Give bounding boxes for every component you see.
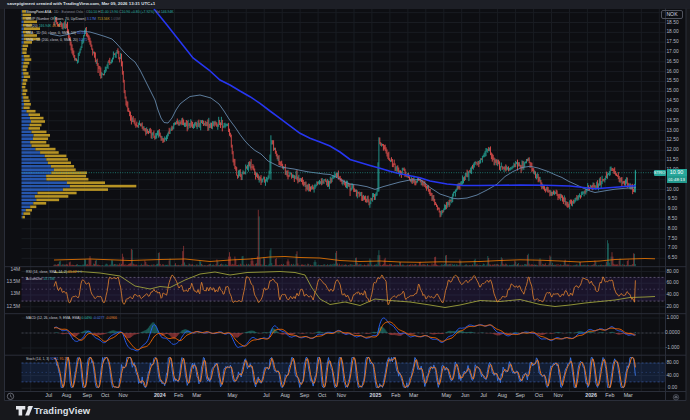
svg-text:TradingView: TradingView: [34, 405, 91, 416]
